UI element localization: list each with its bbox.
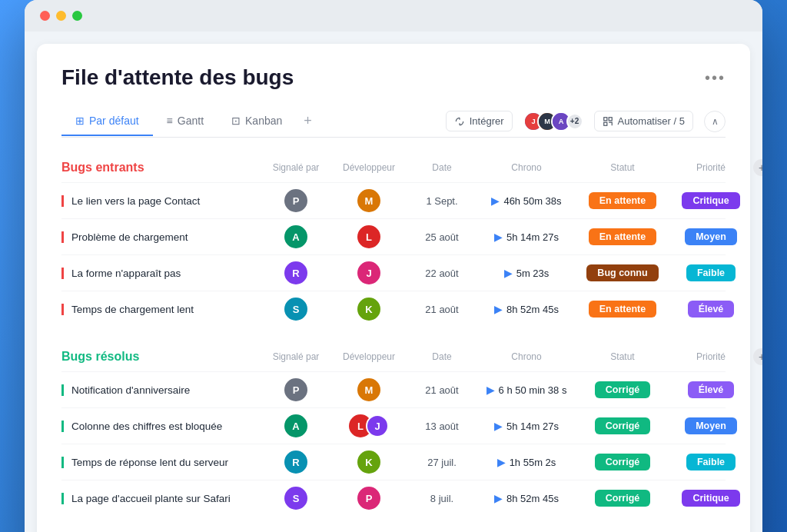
tab-gantt-label: Gantt	[178, 115, 204, 127]
reporter-cell: P	[261, 189, 330, 212]
dev-cell: K	[330, 298, 407, 321]
status-badge: Bug connu	[586, 264, 658, 281]
bug-name: Problème de chargement	[61, 231, 261, 243]
dev-cell: P	[330, 487, 407, 510]
automate-label: Automatiser / 5	[618, 115, 685, 127]
priority-badge: Critique	[682, 192, 739, 209]
reporter-avatar: R	[284, 261, 307, 284]
chrono-value: 8h 52m 45s	[506, 493, 559, 504]
status-badge: Corrigé	[595, 490, 650, 507]
reporter-cell: S	[261, 487, 330, 510]
status-cell: En attente	[576, 228, 669, 245]
play-icon: ▶	[494, 492, 503, 504]
priority-badge: Élevé	[688, 301, 735, 318]
chrono-value: 1h 55m 2s	[510, 457, 556, 468]
add-column-button-incoming[interactable]: +	[753, 159, 762, 176]
table-row[interactable]: Colonne des chiffres est bloquée A L J 1…	[61, 407, 726, 444]
table-row[interactable]: La forme n'apparaît pas R J 22 août ▶ 5m…	[61, 254, 726, 291]
tab-gantt[interactable]: ≡ Gantt	[153, 107, 218, 136]
integrate-icon	[454, 116, 465, 127]
date-cell: 8 juil.	[407, 493, 477, 504]
collapse-button[interactable]: ∧	[704, 111, 726, 132]
integrate-button[interactable]: Intégrer	[446, 111, 513, 131]
reporter-cell: R	[261, 261, 330, 284]
bug-name: La page d'accueil plante sur Safari	[61, 493, 261, 504]
add-tab-button[interactable]: +	[296, 105, 320, 137]
tab-kanban-label: Kanban	[245, 115, 282, 127]
tab-par-defaut-label: Par défaut	[89, 115, 139, 127]
priority-cell: Élevé	[669, 301, 753, 318]
status-cell: Corrigé	[576, 417, 669, 434]
dev-cell: M	[330, 189, 407, 212]
status-cell: Corrigé	[576, 381, 669, 398]
dev-cell: L	[330, 225, 407, 248]
dev-avatar: M	[357, 378, 380, 401]
svg-rect-8	[603, 122, 606, 125]
dev-avatar: P	[357, 487, 380, 510]
tab-par-defaut[interactable]: ⊞ Par défaut	[61, 107, 153, 136]
status-cell: En attente	[576, 301, 669, 318]
date-cell: 1 Sept.	[407, 195, 477, 207]
bug-name: Le lien vers la page Contact	[61, 195, 261, 207]
dev-avatar-pair: L J	[349, 414, 389, 437]
app-window: File d'attente des bugs ••• ⊞ Par défaut…	[25, 0, 762, 532]
table-row[interactable]: Notification d'anniversaire P M 21 août …	[61, 371, 726, 407]
reporter-cell: P	[261, 378, 330, 401]
play-icon: ▶	[494, 420, 503, 432]
status-badge: En attente	[589, 301, 656, 318]
integrate-label: Intégrer	[470, 115, 504, 127]
chrono-value: 5h 14m 27s	[506, 231, 559, 243]
table-row[interactable]: Temps de chargement lent S K 21 août ▶ 8…	[61, 291, 726, 327]
dev-avatar: L	[357, 225, 380, 248]
reporter-avatar: P	[284, 189, 307, 212]
chrono-cell: ▶ 8h 52m 45s	[477, 492, 576, 504]
chrono-value: 46h 50m 38s	[503, 195, 561, 207]
avatar-stack: J M A +2	[523, 111, 583, 131]
close-dot[interactable]	[40, 11, 50, 21]
status-cell: En attente	[576, 192, 669, 209]
chrono-cell: ▶ 1h 55m 2s	[477, 456, 576, 468]
gantt-icon: ≡	[167, 115, 173, 127]
priority-badge: Moyen	[685, 417, 737, 434]
priority-badge: Faible	[686, 264, 736, 281]
reporter-avatar: A	[284, 225, 307, 248]
dev-cell: K	[330, 451, 407, 474]
priority-badge: Élevé	[688, 381, 735, 398]
priority-cell: Faible	[669, 264, 753, 281]
svg-rect-6	[603, 117, 606, 120]
svg-text:A: A	[558, 118, 563, 125]
chrono-cell: ▶ 46h 50m 38s	[477, 195, 576, 207]
table-row[interactable]: Problème de chargement A L 25 août ▶ 5h …	[61, 218, 726, 254]
play-icon: ▶	[491, 195, 500, 207]
reporter-avatar: A	[284, 414, 307, 437]
table-row[interactable]: Le lien vers la page Contact P M 1 Sept.…	[61, 182, 726, 218]
dev-cell: J	[330, 261, 407, 284]
add-column-button-resolved[interactable]: +	[753, 348, 762, 365]
bug-name: Temps de réponse lent du serveur	[61, 457, 261, 468]
col-header-dev-r: Développeur	[330, 351, 407, 362]
svg-text:J: J	[531, 118, 535, 125]
col-header-chrono-r: Chrono	[477, 351, 576, 362]
svg-rect-7	[609, 117, 612, 120]
minimize-dot[interactable]	[56, 11, 66, 21]
tab-kanban[interactable]: ⊡ Kanban	[218, 107, 296, 136]
chrono-value: 8h 52m 45s	[506, 304, 559, 315]
reporter-cell: S	[261, 298, 330, 321]
dev-avatar: J	[357, 261, 380, 284]
table-row[interactable]: Temps de réponse lent du serveur R K 27 …	[61, 444, 726, 480]
maximize-dot[interactable]	[72, 11, 82, 21]
bug-name: Colonne des chiffres est bloquée	[61, 421, 261, 432]
automate-button[interactable]: Automatiser / 5	[594, 111, 693, 131]
reporter-cell: A	[261, 414, 330, 437]
col-header-dev: Développeur	[330, 162, 407, 173]
dev-avatar: K	[357, 298, 380, 321]
chrono-value: 5m 23s	[516, 268, 550, 279]
more-options-button[interactable]: •••	[705, 69, 726, 87]
kanban-icon: ⊡	[231, 115, 241, 127]
play-icon: ▶	[494, 303, 503, 315]
table-row[interactable]: La page d'accueil plante sur Safari S P …	[61, 480, 726, 516]
incoming-bugs-section: Bugs entrants Signalé par Développeur Da…	[61, 156, 726, 327]
date-cell: 25 août	[407, 231, 477, 243]
svg-text:M: M	[544, 118, 550, 125]
avatar-count: +2	[566, 113, 583, 130]
